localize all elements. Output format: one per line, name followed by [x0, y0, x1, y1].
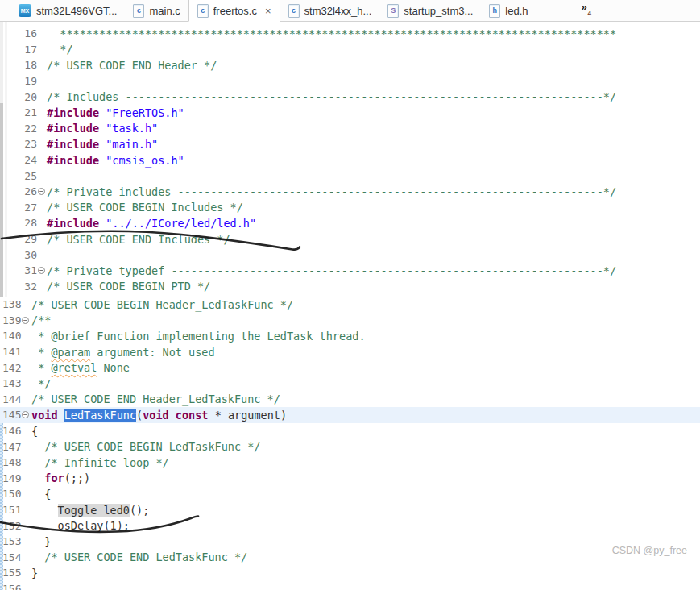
line-number: 142	[0, 362, 21, 374]
code-line[interactable]: 23#include "main.h"	[0, 136, 700, 152]
line-number: 24	[0, 154, 37, 166]
line-number: 139	[0, 314, 21, 326]
tab-main-c[interactable]: cmain.c	[125, 0, 188, 21]
code-line[interactable]: 144/* USER CODE END Header_LedTaskFunc *…	[0, 392, 700, 408]
line-number: 32	[0, 280, 37, 293]
code-text: /* USER CODE BEGIN Header_LedTaskFunc */	[31, 298, 293, 311]
tab-label: stm32l4xx_h...	[304, 5, 372, 17]
code-text: {	[31, 425, 38, 438]
csdn-watermark: CSDN @py_free	[612, 545, 687, 556]
line-number: 151	[0, 504, 21, 516]
code-line[interactable]: 29/* USER CODE END Includes */	[0, 231, 700, 247]
code-line[interactable]: 142 * @retval None	[0, 359, 700, 376]
code-line[interactable]: 26−/* Private includes -----------------…	[0, 184, 700, 200]
code-text: /**	[31, 314, 51, 326]
line-number: 18	[0, 59, 37, 71]
code-text: #include "../../ICore/led/led.h"	[47, 217, 256, 230]
tab-label: led.h	[505, 5, 528, 17]
fold-collapse-icon[interactable]: −	[22, 317, 29, 324]
line-number: 145	[0, 409, 21, 421]
code-line[interactable]: 145−void LedTaskFunc(void const * argume…	[0, 407, 700, 423]
editor-tab-bar: MXstm32L496VGT...cmain.ccfreertos.c×cstm…	[0, 0, 700, 22]
code-line[interactable]: 17 */	[0, 42, 700, 58]
code-text: {	[31, 488, 51, 501]
code-line[interactable]: 28#include "../../ICore/led/led.h"	[0, 215, 700, 231]
code-line[interactable]: 155}	[0, 565, 700, 581]
code-line[interactable]: 151 Toggle_led0();	[0, 502, 700, 518]
code-line[interactable]: 22#include "task.h"	[0, 121, 700, 137]
code-text: */	[31, 377, 51, 390]
fold-column: −	[37, 188, 47, 195]
code-line[interactable]: 147 /* USER CODE BEGIN LedTaskFunc */	[0, 438, 700, 455]
code-text: /* USER CODE END Header_LedTaskFunc */	[31, 393, 280, 405]
code-line[interactable]: 25	[0, 168, 700, 184]
close-tab-icon[interactable]: ×	[265, 6, 271, 16]
tab-label: startup_stm3...	[404, 5, 473, 17]
code-text: /* Private typedef ---------------------…	[47, 264, 616, 277]
hidden-tab-count: 4	[588, 10, 591, 17]
tab-freertos-c[interactable]: cfreertos.c×	[188, 0, 280, 22]
code-line[interactable]: 20/* Includes --------------------------…	[0, 89, 700, 105]
line-number: 16	[0, 27, 37, 39]
code-line[interactable]: 27/* USER CODE BEGIN Includes */	[0, 200, 700, 216]
code-line[interactable]: 146{	[0, 423, 700, 439]
code-line[interactable]: 21#include "FreeRTOS.h"	[0, 105, 700, 121]
code-text: osDelay(1);	[31, 519, 130, 532]
tab-label: stm32L496VGT...	[36, 5, 117, 17]
c-file-icon: c	[288, 4, 300, 18]
code-line[interactable]: 153 }	[0, 534, 700, 550]
code-text: * @retval None	[31, 361, 130, 374]
fold-collapse-icon[interactable]: −	[38, 188, 45, 195]
line-number: 22	[0, 123, 37, 135]
code-line[interactable]: 141 * @param argument: Not used	[0, 344, 700, 360]
fold-collapse-icon[interactable]: −	[22, 411, 29, 418]
code-line[interactable]: 143 */	[0, 376, 700, 392]
code-line[interactable]: 31−/* Private typedef ------------------…	[0, 263, 700, 279]
code-line[interactable]: 32/* USER CODE BEGIN PTD */	[0, 279, 700, 295]
tab-stm32l4xx-h[interactable]: cstm32l4xx_h...	[280, 0, 380, 21]
tab-overflow-button[interactable]: » 4	[578, 2, 598, 19]
code-text: for(;;)	[31, 472, 90, 484]
tab-startup-stm3[interactable]: Sstartup_stm3...	[379, 0, 481, 21]
code-text: #include "task.h"	[47, 122, 158, 135]
code-text: #include "FreeRTOS.h"	[47, 106, 184, 119]
code-line[interactable]: 148 /* Infinite loop */	[0, 455, 700, 471]
code-text: * @brief Function implementing the LedTa…	[31, 330, 366, 343]
line-number: 156	[0, 583, 21, 590]
code-line[interactable]: 18/* USER CODE END Header */	[0, 57, 700, 73]
tab-label: freertos.c	[213, 5, 257, 17]
editor-tab-bar-tabs: MXstm32L496VGT...cmain.ccfreertos.c×cstm…	[10, 0, 536, 21]
tab-led-h[interactable]: hled.h	[481, 0, 536, 21]
code-line[interactable]: 30	[0, 247, 700, 263]
code-line[interactable]: 139−/**	[0, 313, 700, 329]
fold-collapse-icon[interactable]: −	[38, 267, 45, 274]
code-section-top: 16 *************************************…	[0, 26, 700, 294]
code-line[interactable]: 140 * @brief Function implementing the L…	[0, 328, 700, 344]
code-editor[interactable]: 16 *************************************…	[0, 22, 700, 590]
code-line[interactable]: 24#include "cmsis_os.h"	[0, 152, 700, 168]
fold-column: −	[21, 411, 31, 418]
line-number: 23	[0, 138, 37, 150]
code-line[interactable]: 150 {	[0, 486, 700, 502]
line-number: 20	[0, 91, 37, 103]
fold-column: −	[37, 267, 47, 274]
code-line[interactable]: 152 osDelay(1);	[0, 517, 700, 534]
line-number: 29	[0, 233, 37, 245]
stm32cubeide-editor-window: MXstm32L496VGT...cmain.ccfreertos.c×cstm…	[0, 0, 700, 590]
line-number: 150	[0, 488, 21, 500]
code-line[interactable]: 16 *************************************…	[0, 26, 700, 42]
tab-stm32l496vgt[interactable]: MXstm32L496VGT...	[10, 0, 125, 21]
c-file-icon: c	[133, 4, 144, 18]
code-line[interactable]: 149 for(;;)	[0, 471, 700, 487]
code-line[interactable]: 138/* USER CODE BEGIN Header_LedTaskFunc…	[0, 297, 700, 313]
line-number: 155	[0, 567, 21, 579]
code-text: /* USER CODE BEGIN LedTaskFunc */	[31, 440, 260, 453]
code-line[interactable]: 19	[0, 73, 700, 89]
line-number: 17	[0, 44, 37, 56]
code-text: void LedTaskFunc(void const * argument)	[31, 409, 287, 422]
line-number: 147	[0, 441, 21, 453]
line-number: 152	[0, 520, 21, 532]
line-number: 19	[0, 75, 37, 87]
code-line[interactable]: 154 /* USER CODE END LedTaskFunc */	[0, 550, 700, 566]
code-line[interactable]: 156	[0, 581, 700, 590]
